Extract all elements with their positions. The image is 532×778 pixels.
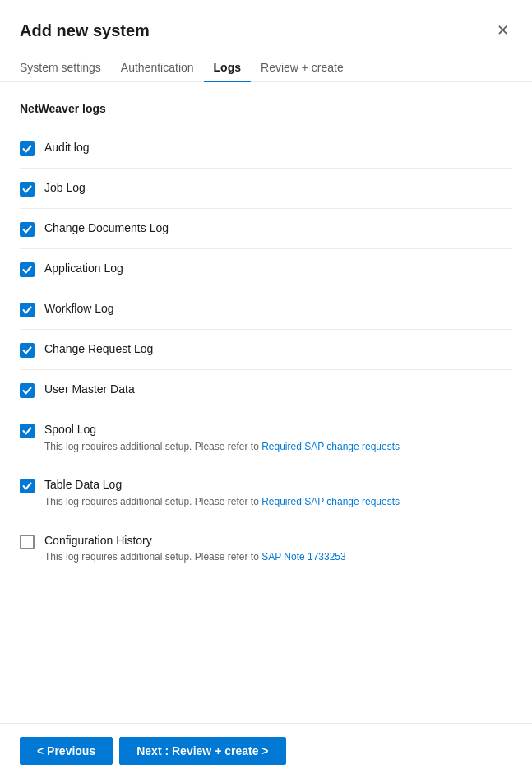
log-item-workflow-log: Workflow Log: [20, 289, 512, 330]
log-info-audit-log: Audit log: [44, 140, 512, 156]
checkbox-wrapper-spool-log: [20, 424, 35, 438]
checkbox-change-request-log[interactable]: [20, 343, 35, 358]
checkbox-wrapper-change-documents-log: [20, 222, 35, 237]
checkbox-wrapper-configuration-history: [20, 535, 35, 549]
tab-bar: System settings Authentication Logs Revi…: [0, 41, 532, 82]
content-area: NetWeaver logs Audit log Job Log Change …: [0, 82, 532, 723]
log-info-spool-log: Spool LogThis log requires additional se…: [44, 422, 512, 453]
checkbox-wrapper-table-data-log: [20, 479, 35, 493]
log-name-table-data-log: Table Data Log: [44, 477, 512, 493]
checkbox-wrapper-change-request-log: [20, 343, 35, 358]
close-button[interactable]: ✕: [493, 20, 512, 41]
log-name-audit-log: Audit log: [44, 140, 512, 156]
checkbox-job-log[interactable]: [20, 182, 35, 197]
log-info-job-log: Job Log: [44, 180, 512, 197]
checkbox-spool-log[interactable]: [20, 424, 35, 438]
checkbox-workflow-log[interactable]: [20, 303, 35, 317]
previous-button[interactable]: < Previous: [20, 737, 113, 765]
log-item-table-data-log: Table Data LogThis log requires addition…: [20, 465, 512, 521]
log-link-spool-log[interactable]: Required SAP change requests: [261, 441, 400, 452]
log-name-spool-log: Spool Log: [44, 422, 512, 438]
tab-authentication[interactable]: Authentication: [111, 54, 204, 82]
next-button[interactable]: Next : Review + create >: [119, 737, 285, 765]
log-info-user-master-data: User Master Data: [44, 382, 512, 398]
section-title: NetWeaver logs: [20, 102, 512, 115]
log-item-audit-log: Audit log: [20, 128, 512, 169]
checkbox-audit-log[interactable]: [20, 141, 35, 156]
log-link-configuration-history[interactable]: SAP Note 1733253: [261, 551, 346, 563]
checkbox-configuration-history[interactable]: [20, 535, 35, 549]
log-name-configuration-history: Configuration History: [44, 533, 512, 549]
tab-review-create[interactable]: Review + create: [251, 54, 354, 82]
add-system-dialog: Add new system ✕ System settings Authent…: [0, 0, 532, 778]
log-item-change-documents-log: Change Documents Log: [20, 209, 512, 249]
log-name-change-request-log: Change Request Log: [44, 341, 512, 358]
checkbox-application-log[interactable]: [20, 262, 35, 277]
checkbox-wrapper-audit-log: [20, 141, 35, 156]
log-item-job-log: Job Log: [20, 169, 512, 209]
checkbox-wrapper-application-log: [20, 262, 35, 277]
logs-list: Audit log Job Log Change Documents Log A…: [20, 128, 512, 576]
log-desc-spool-log: This log requires additional setup. Plea…: [44, 440, 512, 454]
tab-system-settings[interactable]: System settings: [20, 54, 111, 82]
log-desc-configuration-history: This log requires additional setup. Plea…: [44, 550, 512, 564]
log-link-table-data-log[interactable]: Required SAP change requests: [261, 496, 400, 507]
log-name-user-master-data: User Master Data: [44, 382, 512, 398]
log-info-workflow-log: Workflow Log: [44, 301, 512, 317]
checkbox-change-documents-log[interactable]: [20, 222, 35, 237]
dialog-header: Add new system ✕: [0, 0, 532, 41]
log-item-change-request-log: Change Request Log: [20, 330, 512, 370]
log-item-user-master-data: User Master Data: [20, 370, 512, 410]
checkbox-wrapper-user-master-data: [20, 383, 35, 398]
tab-logs[interactable]: Logs: [204, 54, 251, 82]
checkbox-wrapper-job-log: [20, 182, 35, 197]
log-info-application-log: Application Log: [44, 261, 512, 277]
checkbox-table-data-log[interactable]: [20, 479, 35, 493]
checkbox-user-master-data[interactable]: [20, 383, 35, 398]
log-info-change-request-log: Change Request Log: [44, 341, 512, 358]
log-info-configuration-history: Configuration HistoryThis log requires a…: [44, 533, 512, 564]
dialog-title: Add new system: [20, 21, 150, 40]
log-name-job-log: Job Log: [44, 180, 512, 197]
log-name-application-log: Application Log: [44, 261, 512, 277]
log-item-configuration-history: Configuration HistoryThis log requires a…: [20, 521, 512, 576]
log-info-table-data-log: Table Data LogThis log requires addition…: [44, 477, 512, 508]
log-name-change-documents-log: Change Documents Log: [44, 220, 512, 237]
log-item-spool-log: Spool LogThis log requires additional se…: [20, 410, 512, 465]
checkbox-wrapper-workflow-log: [20, 303, 35, 317]
log-name-workflow-log: Workflow Log: [44, 301, 512, 317]
log-info-change-documents-log: Change Documents Log: [44, 220, 512, 237]
log-item-application-log: Application Log: [20, 249, 512, 289]
log-desc-table-data-log: This log requires additional setup. Plea…: [44, 495, 512, 509]
footer: < Previous Next : Review + create >: [0, 723, 532, 778]
